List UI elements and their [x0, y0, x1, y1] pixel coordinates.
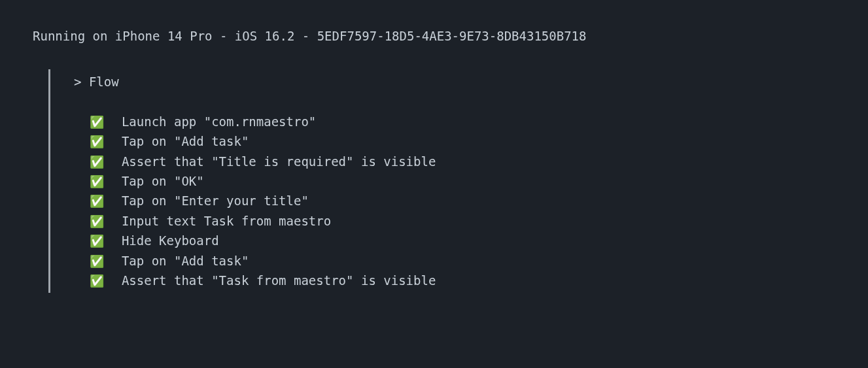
step-text: Assert that "Task from maestro" is visib… — [122, 273, 436, 288]
check-icon: ✅ — [90, 152, 107, 171]
step-text: Tap on "Add task" — [122, 134, 249, 148]
check-icon: ✅ — [90, 211, 107, 231]
check-icon: ✅ — [90, 251, 107, 271]
check-icon: ✅ — [90, 271, 107, 290]
check-icon: ✅ — [90, 112, 107, 131]
flow-step: ✅ Assert that "Title is required" is vis… — [90, 152, 868, 171]
flow-step: ✅ Tap on "Add task" — [90, 131, 868, 151]
step-text: Tap on "Enter your title" — [122, 193, 309, 208]
check-icon: ✅ — [90, 191, 107, 210]
flow-step: ✅ Tap on "Enter your title" — [90, 191, 868, 210]
check-icon: ✅ — [90, 131, 107, 151]
flow-step: ✅ Input text Task from maestro — [90, 211, 868, 231]
flow-step: ✅ Tap on "Add task" — [90, 251, 868, 271]
flow-title: > Flow — [74, 72, 868, 92]
step-text: Launch app "com.rnmaestro" — [122, 114, 316, 129]
flow-step: ✅ Assert that "Task from maestro" is vis… — [90, 271, 868, 290]
flow-steps: ✅ Launch app "com.rnmaestro" ✅ Tap on "A… — [74, 112, 868, 291]
check-icon: ✅ — [90, 231, 107, 250]
terminal-header-line: Running on iPhone 14 Pro - iOS 16.2 - 5E… — [33, 26, 868, 46]
step-text: Tap on "Add task" — [122, 254, 249, 268]
check-icon: ✅ — [90, 171, 107, 191]
flow-step: ✅ Tap on "OK" — [90, 171, 868, 191]
flow-block: > Flow ✅ Launch app "com.rnmaestro" ✅ Ta… — [48, 69, 868, 293]
flow-step: ✅ Hide Keyboard — [90, 231, 868, 250]
step-text: Input text Task from maestro — [122, 214, 331, 228]
step-text: Assert that "Title is required" is visib… — [122, 154, 436, 169]
step-text: Hide Keyboard — [122, 233, 219, 248]
flow-step: ✅ Launch app "com.rnmaestro" — [90, 112, 868, 131]
step-text: Tap on "OK" — [122, 174, 204, 188]
